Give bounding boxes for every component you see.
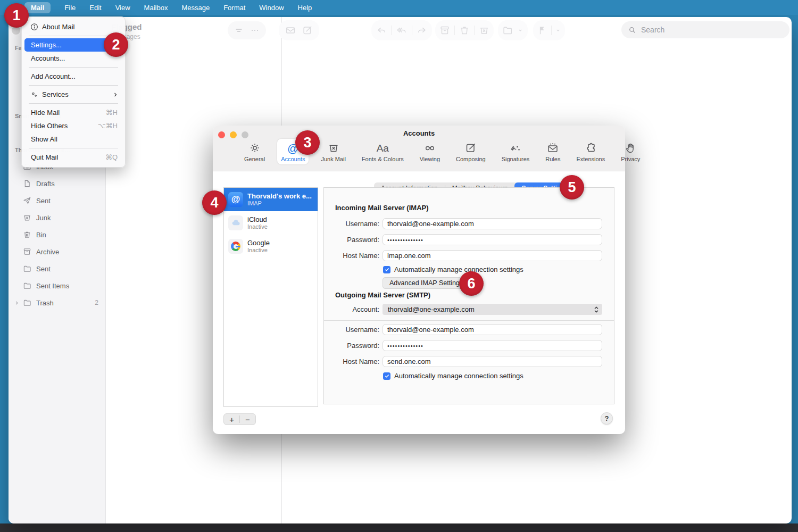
sidebar-item-label: Sent: [36, 197, 51, 205]
reply-icon[interactable]: [376, 24, 387, 36]
trash-icon[interactable]: [459, 24, 470, 36]
folder-icon: [22, 281, 32, 290]
toolbar-item-signatures[interactable]: Signatures: [498, 139, 534, 164]
divider: [551, 26, 552, 35]
toolbar-item-rules[interactable]: Rules: [542, 139, 564, 164]
sidebar-item-sent[interactable]: Sent: [9, 192, 106, 209]
trash-count-badge: 2: [95, 299, 98, 306]
server-settings-panel: Incoming Mail Server (IMAP) Username: th…: [323, 187, 614, 404]
sidebar-item-drafts[interactable]: Drafts: [9, 175, 106, 192]
divider: [454, 26, 455, 35]
account-row-thorvald[interactable]: @ Thorvald's work e... IMAP: [224, 188, 318, 211]
incoming-auto-manage-checkbox[interactable]: [383, 266, 390, 273]
sidebar-item-bin[interactable]: Bin: [9, 226, 106, 243]
callout-badge-2: 2: [104, 32, 128, 57]
add-remove-group: + −: [223, 413, 256, 425]
folder-icon[interactable]: [502, 24, 513, 36]
menubar-item-window[interactable]: Window: [259, 4, 284, 12]
menu-separator: [29, 85, 118, 86]
outgoing-auto-manage-checkbox[interactable]: [383, 372, 390, 380]
account-detail: Inactive: [247, 247, 270, 254]
desktop-dock-strip: [0, 523, 798, 532]
incoming-username-field[interactable]: thorvald@one-example.com: [383, 218, 602, 229]
search-input[interactable]: [641, 26, 774, 34]
outgoing-account-value: thorvald@one-example.com: [388, 305, 475, 313]
menubar-item-file[interactable]: File: [64, 4, 76, 12]
menu-item-show-all[interactable]: Show All: [22, 132, 125, 146]
sidebar-item-label: Sent: [36, 265, 51, 273]
toolbar-item-general[interactable]: General: [240, 139, 269, 164]
reply-all-icon[interactable]: [396, 24, 408, 36]
move-to-folder-group: [498, 20, 528, 40]
sidebar-item-label: Sent Items: [36, 282, 69, 290]
search-field[interactable]: [621, 21, 789, 38]
compose-icon[interactable]: [302, 24, 313, 36]
flag-icon[interactable]: [536, 24, 548, 36]
toolbar-label: General: [244, 156, 265, 162]
chevron-down-icon[interactable]: [554, 27, 562, 34]
menu-item-label: About Mail: [42, 23, 74, 31]
forward-icon[interactable]: [416, 24, 428, 36]
chevron-right-icon[interactable]: [14, 300, 20, 306]
account-detail: Inactive: [247, 223, 268, 230]
callout-badge-4: 4: [202, 190, 227, 215]
menu-item-services[interactable]: Services: [22, 88, 125, 101]
sidebar-item-archive[interactable]: Archive: [9, 243, 106, 260]
outgoing-auto-manage-row: Automatically manage connection settings: [383, 372, 523, 380]
toolbar-item-fonts-colours[interactable]: Aa Fonts & Colours: [358, 139, 408, 164]
menu-item-about-mail[interactable]: About Mail: [22, 20, 125, 34]
gears-icon: [30, 90, 39, 99]
incoming-hostname-label: Host Name:: [324, 250, 379, 261]
menubar-item-edit[interactable]: Edit: [89, 4, 101, 12]
sidebar-item-label: Bin: [36, 231, 46, 239]
menubar-item-mailbox[interactable]: Mailbox: [144, 4, 168, 12]
outgoing-password-field[interactable]: ••••••••••••••: [383, 340, 602, 351]
junk-icon[interactable]: [478, 24, 490, 36]
remove-account-button[interactable]: −: [240, 414, 255, 425]
advanced-imap-settings-button[interactable]: Advanced IMAP Settings: [383, 277, 470, 289]
menubar-item-mail[interactable]: Mail: [24, 2, 51, 13]
account-row-icloud[interactable]: iCloud Inactive: [224, 211, 318, 235]
toolbar-item-junk-mail[interactable]: Junk Mail: [317, 139, 349, 164]
toolbar-item-privacy[interactable]: Privacy: [617, 139, 644, 164]
signature-icon: [509, 141, 522, 155]
more-ellipsis-icon[interactable]: [250, 25, 260, 36]
toolbar-item-composing[interactable]: Composing: [452, 139, 489, 164]
settings-dialog: Accounts General @ Accounts Junk Mail Aa…: [213, 126, 625, 434]
sidebar-item-sent-items[interactable]: Sent Items: [9, 277, 106, 294]
callout-badge-5: 5: [560, 175, 584, 200]
toolbar-item-viewing[interactable]: Viewing: [416, 139, 444, 164]
filter-icon[interactable]: [234, 25, 244, 36]
menu-shortcut: ⌥⌘H: [98, 122, 118, 130]
menubar-item-message[interactable]: Message: [181, 4, 210, 12]
incoming-hostname-field[interactable]: imap.one.com: [383, 250, 602, 261]
menu-separator: [29, 148, 118, 148]
toolbar-item-extensions[interactable]: Extensions: [572, 139, 609, 164]
add-account-button[interactable]: +: [224, 414, 239, 425]
gear-icon: [248, 141, 262, 155]
menubar-item-view[interactable]: View: [115, 4, 130, 12]
outgoing-account-select[interactable]: thorvald@one-example.com: [383, 304, 602, 315]
menu-item-add-account[interactable]: Add Account...: [22, 70, 125, 83]
get-mail-icon[interactable]: [285, 24, 296, 36]
outgoing-username-field[interactable]: thorvald@one-example.com: [383, 324, 602, 335]
sidebar-item-sent-folder[interactable]: Sent: [9, 260, 106, 277]
sidebar-item-junk[interactable]: Junk: [9, 209, 106, 226]
mailbox-list: Inbox Drafts Sent Junk Bin Archive: [9, 158, 106, 311]
archive-icon[interactable]: [439, 24, 451, 36]
help-button[interactable]: ?: [601, 412, 613, 425]
menu-item-quit-mail[interactable]: Quit Mail ⌘Q: [22, 151, 125, 164]
menubar-item-format[interactable]: Format: [223, 4, 245, 12]
incoming-password-field[interactable]: ••••••••••••••: [383, 234, 602, 245]
menu-item-hide-others[interactable]: Hide Others ⌥⌘H: [22, 119, 125, 132]
incoming-username-label: Username:: [324, 218, 379, 229]
menu-shortcut: ⌘Q: [105, 153, 118, 161]
menubar-item-help[interactable]: Help: [298, 4, 312, 12]
account-row-google[interactable]: Google Inactive: [224, 235, 318, 258]
sidebar-item-trash[interactable]: Trash 2: [9, 294, 106, 311]
outgoing-hostname-field[interactable]: send.one.com: [383, 356, 602, 367]
chevron-down-icon[interactable]: [517, 27, 524, 34]
menu-item-hide-mail[interactable]: Hide Mail ⌘H: [22, 106, 125, 119]
dialog-titlebar: Accounts General @ Accounts Junk Mail Aa…: [213, 126, 625, 171]
sidebar-item-label: Junk: [36, 214, 51, 222]
